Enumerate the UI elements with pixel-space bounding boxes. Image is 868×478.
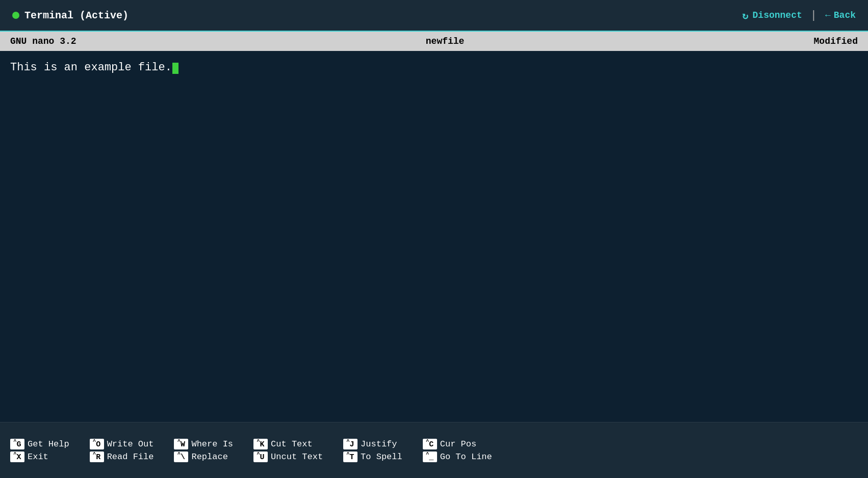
shortcut-key: ^O	[90, 439, 104, 449]
shortcut-item: ^TTo Spell	[343, 452, 402, 462]
shortcut-key: ^\	[174, 452, 188, 462]
refresh-icon: ↻	[743, 9, 749, 22]
shortcut-label: Get Help	[28, 439, 69, 449]
back-button[interactable]: ← Back	[825, 10, 856, 20]
shortcut-key: ^U	[253, 452, 268, 462]
shortcut-label: Cut Text	[271, 439, 313, 449]
shortcut-label: Read File	[107, 452, 154, 462]
shortcut-item: ^_Go To Line	[423, 452, 492, 462]
back-label: Back	[834, 10, 856, 20]
shortcut-label: Exit	[28, 452, 48, 462]
top-bar-left: Terminal (Active)	[12, 10, 129, 21]
shortcut-group-0: ^GGet Help^XExit	[10, 439, 69, 462]
shortcut-label: Replace	[191, 452, 227, 462]
shortcut-item: ^KCut Text	[253, 439, 323, 449]
top-bar: Terminal (Active) ↻ Disonnect | ← Back	[0, 0, 868, 32]
shortcut-item: ^WWhere Is	[174, 439, 233, 449]
nano-modified-status: Modified	[814, 36, 858, 46]
shortcut-item: ^XExit	[10, 452, 69, 462]
shortcut-bar: ^GGet Help^XExit^OWrite Out^RRead File^W…	[0, 422, 868, 478]
top-bar-right: ↻ Disonnect | ← Back	[743, 9, 856, 22]
shortcut-key: ^K	[253, 439, 268, 449]
cursor	[172, 63, 178, 74]
shortcut-label: Uncut Text	[271, 452, 323, 462]
shortcut-item: ^\Replace	[174, 452, 233, 462]
editor-content: This is an example file.	[10, 60, 858, 76]
separator: |	[810, 9, 817, 22]
shortcut-label: To Spell	[361, 452, 402, 462]
disconnect-label: Disonnect	[753, 10, 802, 20]
shortcut-key: ^J	[343, 439, 358, 449]
shortcut-group-1: ^OWrite Out^RRead File	[90, 439, 154, 462]
terminal-title: Terminal (Active)	[24, 10, 129, 21]
shortcut-key: ^X	[10, 452, 24, 462]
shortcut-item: ^UUncut Text	[253, 452, 323, 462]
shortcut-item: ^JJustify	[343, 439, 402, 449]
shortcut-key: ^T	[343, 452, 358, 462]
nano-header: GNU nano 3.2 newfile Modified	[0, 32, 868, 51]
back-arrow-icon: ←	[825, 10, 831, 20]
shortcut-label: Cur Pos	[440, 439, 476, 449]
nano-filename: newfile	[426, 36, 465, 46]
shortcut-key: ^R	[90, 452, 104, 462]
shortcut-key: ^C	[423, 439, 437, 449]
shortcut-item: ^OWrite Out	[90, 439, 154, 449]
shortcut-label: Justify	[361, 439, 397, 449]
shortcut-label: Where Is	[191, 439, 233, 449]
shortcut-key: ^_	[423, 452, 437, 462]
status-dot-icon	[12, 12, 19, 19]
shortcut-group-2: ^WWhere Is^\Replace	[174, 439, 233, 462]
shortcut-group-5: ^CCur Pos^_Go To Line	[423, 439, 492, 462]
shortcut-group-4: ^JJustify^TTo Spell	[343, 439, 402, 462]
shortcut-group-3: ^KCut Text^UUncut Text	[253, 439, 323, 462]
shortcut-item: ^RRead File	[90, 452, 154, 462]
shortcut-label: Go To Line	[440, 452, 492, 462]
editor-text: This is an example file.	[10, 61, 172, 74]
disconnect-button[interactable]: ↻ Disonnect	[743, 9, 802, 22]
shortcut-item: ^GGet Help	[10, 439, 69, 449]
nano-version: GNU nano 3.2	[10, 36, 76, 46]
editor-area[interactable]: This is an example file.	[0, 51, 868, 422]
shortcut-item: ^CCur Pos	[423, 439, 492, 449]
shortcut-key: ^W	[174, 439, 188, 449]
shortcut-key: ^G	[10, 439, 24, 449]
shortcut-label: Write Out	[107, 439, 154, 449]
